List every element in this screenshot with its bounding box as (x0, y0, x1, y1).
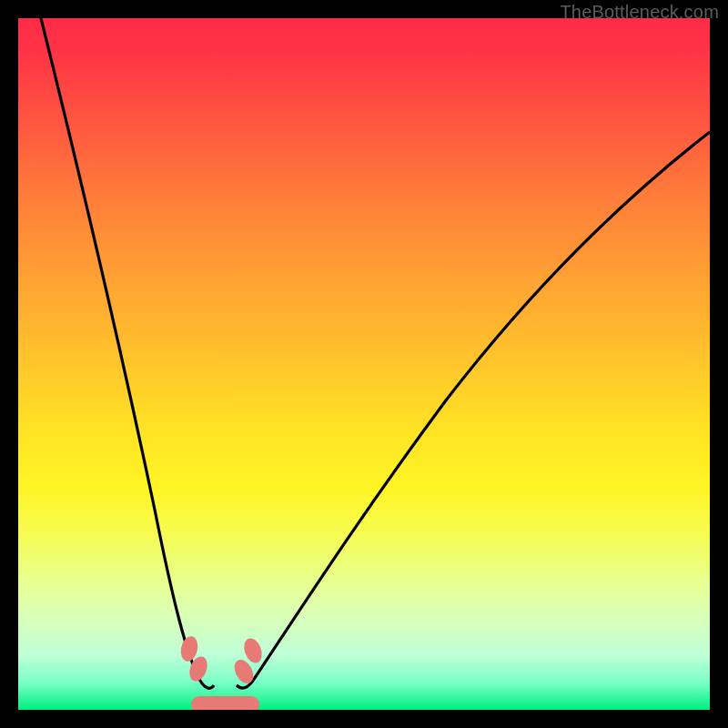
trough-markers (178, 634, 265, 710)
curve-left (36, 18, 214, 688)
bottom-bar-icon (191, 696, 259, 710)
chart-svg (18, 18, 710, 710)
chart-area (18, 18, 710, 710)
curve-right (237, 132, 710, 688)
